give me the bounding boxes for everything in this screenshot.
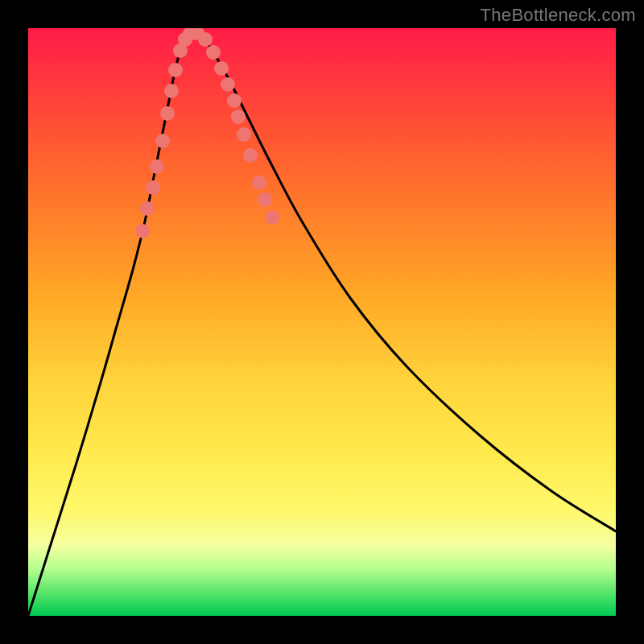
data-marker <box>155 134 170 148</box>
data-marker <box>214 61 229 76</box>
data-marker <box>206 45 221 60</box>
bottleneck-curve <box>28 32 616 616</box>
data-marker <box>237 127 251 142</box>
data-marker <box>258 192 272 207</box>
marker-group <box>135 28 279 238</box>
data-marker <box>140 201 155 216</box>
data-marker <box>164 84 179 98</box>
data-marker <box>150 159 164 174</box>
data-marker <box>252 175 266 190</box>
data-marker <box>160 106 175 121</box>
data-marker <box>168 63 183 77</box>
data-marker <box>221 77 235 92</box>
data-marker <box>243 148 258 163</box>
data-marker <box>198 32 213 47</box>
chart-frame: TheBottleneck.com <box>0 0 644 644</box>
data-marker <box>227 93 242 108</box>
watermark-text: TheBottleneck.com <box>481 5 636 26</box>
data-marker <box>265 210 279 225</box>
plot-area <box>28 28 616 616</box>
data-marker <box>135 224 150 238</box>
data-marker <box>231 109 246 124</box>
data-marker <box>146 180 160 195</box>
chart-svg <box>28 28 616 616</box>
